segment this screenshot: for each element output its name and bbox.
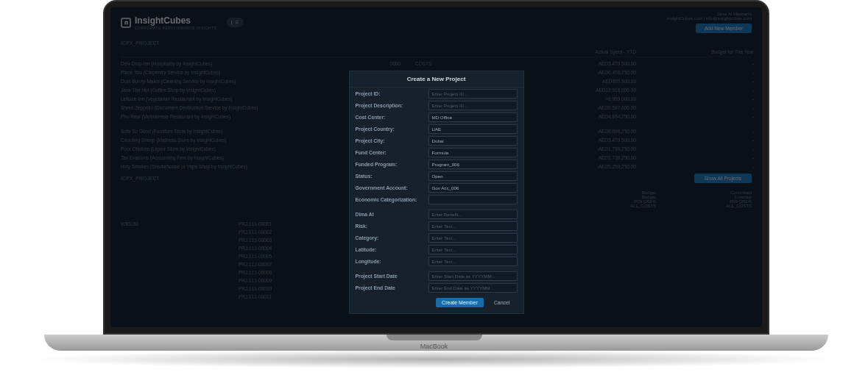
input-category[interactable]: Enter Text...: [428, 233, 518, 243]
select-fund-center[interactable]: Formula: [428, 148, 518, 157]
create-project-modal: Create a New Project Project ID:Enter Pr…: [349, 71, 524, 314]
label-risk: Risk:: [356, 224, 426, 229]
select-cost-center[interactable]: MD Office: [428, 113, 518, 122]
label-econ-cat: Economic Categorization:: [356, 197, 426, 202]
input-risk[interactable]: Enter Text...: [428, 221, 518, 231]
label-status: Status:: [356, 174, 426, 179]
input-lon[interactable]: Enter Text...: [428, 257, 518, 266]
label-project-id: Project ID:: [356, 91, 426, 96]
label-lat: Latitude:: [356, 247, 426, 252]
label-city: Project City:: [356, 138, 426, 143]
select-status[interactable]: Open: [428, 171, 518, 181]
input-end[interactable]: Enter End Date as YYYYMM...: [428, 283, 518, 293]
select-city[interactable]: Dubai: [428, 136, 518, 146]
select-gov-acc[interactable]: Gov Acc_006: [428, 183, 518, 193]
label-project-desc: Project Description:: [356, 103, 426, 108]
input-dima[interactable]: Enter Benefit...: [428, 210, 518, 219]
label-start: Project Start Date: [356, 274, 426, 279]
input-econ-cat[interactable]: [428, 195, 518, 204]
input-project-desc[interactable]: Enter Project ID...: [428, 101, 518, 110]
label-fund-center: Fund Center:: [356, 150, 426, 155]
label-cost-center: Cost Center:: [356, 115, 426, 120]
laptop-brand: MacBook: [420, 343, 448, 350]
create-member-button[interactable]: Create Member: [436, 298, 484, 307]
select-country[interactable]: UAE: [428, 124, 518, 134]
input-lat[interactable]: Enter Text...: [428, 245, 518, 254]
cancel-button[interactable]: Cancel: [488, 298, 516, 307]
label-gov-acc: Government Account:: [356, 185, 426, 190]
input-start[interactable]: Enter Start Date as YYYYMM...: [428, 271, 518, 281]
label-dima: Dima AI: [356, 212, 426, 217]
input-project-id[interactable]: Enter Project ID...: [428, 89, 518, 99]
label-funded-program: Funded Program:: [356, 162, 426, 167]
label-end: Project End Date: [356, 285, 426, 290]
label-category: Category:: [356, 235, 426, 240]
label-lon: Longitude:: [356, 259, 426, 264]
modal-title: Create a New Project: [350, 71, 523, 88]
label-country: Project Country:: [356, 126, 426, 132]
select-funded-program[interactable]: Program_006: [428, 160, 518, 169]
